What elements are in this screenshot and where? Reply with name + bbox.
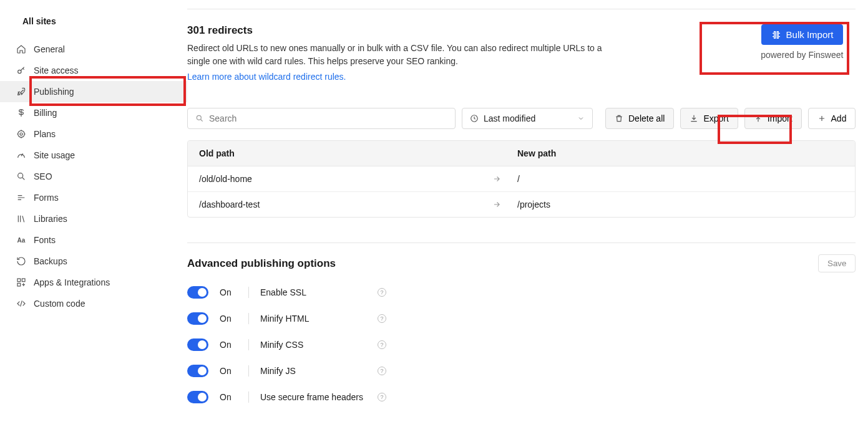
learn-more-link[interactable]: Learn more about wildcard redirect rules… — [187, 72, 346, 82]
option-label: Use secure frame headers — [260, 392, 366, 402]
gauge-icon — [16, 150, 26, 160]
target-icon — [16, 129, 26, 139]
help-icon[interactable]: ? — [378, 393, 386, 401]
toggle-state-label: On — [220, 340, 237, 350]
sidebar-item-label: Libraries — [34, 214, 67, 224]
svg-point-7 — [197, 115, 201, 120]
plus-icon — [817, 114, 826, 123]
svg-point-3 — [18, 173, 23, 178]
sidebar-item-label: SEO — [34, 171, 52, 181]
toggle-enable-ssl[interactable] — [187, 286, 208, 299]
save-button[interactable]: Save — [818, 254, 856, 272]
redirects-title: 301 redirects — [187, 24, 605, 37]
table-row[interactable]: /old/old-home / — [188, 166, 855, 192]
help-icon[interactable]: ? — [378, 288, 386, 297]
sidebar-item-billing[interactable]: Billing — [0, 102, 187, 123]
sidebar-item-label: Site access — [34, 65, 79, 75]
sidebar-item-label: Custom code — [34, 299, 85, 309]
sidebar-item-plans[interactable]: Plans — [0, 123, 187, 145]
apps-icon — [16, 277, 26, 287]
redirects-description: Redirect old URLs to new ones manually o… — [187, 42, 605, 68]
sidebar: All sites General Site access Publishing… — [0, 0, 187, 432]
toggle-minify-js[interactable] — [187, 365, 208, 377]
dollar-icon — [16, 108, 26, 118]
sidebar-item-label: General — [34, 44, 65, 54]
bulk-import-icon — [771, 30, 781, 40]
rocket-icon — [16, 87, 26, 97]
toggle-state-label: On — [220, 287, 237, 297]
toggle-state-label: On — [220, 392, 237, 402]
powered-by-label: powered by Finsweet — [761, 50, 843, 60]
sidebar-item-apps[interactable]: Apps & Integrations — [0, 272, 187, 293]
sidebar-item-label: Forms — [34, 193, 59, 203]
sidebar-item-site-usage[interactable]: Site usage — [0, 145, 187, 166]
toggle-minify-css[interactable] — [187, 338, 208, 351]
sidebar-item-fonts[interactable]: Aa Fonts — [0, 229, 187, 251]
arrow-right-icon — [492, 175, 517, 183]
sidebar-item-seo[interactable]: SEO — [0, 166, 187, 187]
option-label: Minify JS — [260, 366, 366, 376]
import-icon — [754, 114, 763, 123]
code-icon — [16, 299, 26, 309]
export-button[interactable]: Export — [680, 108, 738, 129]
toggle-minify-html[interactable] — [187, 312, 208, 325]
option-minify-css: On Minify CSS ? — [187, 338, 856, 351]
add-button[interactable]: Add — [808, 108, 856, 129]
bulk-import-button[interactable]: Bulk Import — [761, 24, 844, 45]
fonts-icon: Aa — [16, 235, 26, 245]
libraries-icon — [16, 214, 26, 224]
sidebar-item-publishing[interactable]: Publishing — [0, 81, 187, 102]
option-secure-frame-headers: On Use secure frame headers ? — [187, 391, 856, 403]
svg-rect-6 — [17, 283, 21, 286]
svg-point-1 — [18, 131, 25, 138]
export-label: Export — [703, 113, 728, 123]
sidebar-item-general[interactable]: General — [0, 39, 187, 60]
search-input[interactable] — [209, 113, 447, 123]
search-icon — [16, 171, 26, 181]
col-old-path: Old path — [199, 148, 492, 158]
option-minify-html: On Minify HTML ? — [187, 312, 856, 325]
sidebar-item-label: Backups — [34, 256, 67, 266]
main-content: 301 redirects Redirect old URLs to new o… — [187, 0, 868, 432]
all-sites-label: All sites — [22, 16, 56, 26]
add-label: Add — [831, 113, 847, 123]
sidebar-item-label: Billing — [34, 108, 57, 118]
svg-point-0 — [18, 70, 21, 73]
sidebar-item-label: Site usage — [34, 150, 75, 160]
sidebar-item-label: Fonts — [34, 235, 56, 245]
bulk-import-label: Bulk Import — [786, 29, 834, 40]
key-icon — [16, 65, 26, 75]
home-icon — [16, 44, 26, 54]
option-label: Minify HTML — [260, 314, 366, 324]
help-icon[interactable]: ? — [378, 367, 386, 375]
new-path-cell: /projects — [517, 199, 844, 209]
help-icon[interactable]: ? — [378, 340, 386, 349]
sidebar-item-forms[interactable]: Forms — [0, 187, 187, 208]
sidebar-item-site-access[interactable]: Site access — [0, 60, 187, 81]
toggle-state-label: On — [220, 366, 237, 376]
trash-icon — [615, 114, 623, 123]
table-row[interactable]: /dashboard-test /projects — [188, 192, 855, 217]
option-enable-ssl: On Enable SSL ? — [187, 286, 856, 299]
chevron-down-icon — [577, 115, 585, 122]
all-sites-link[interactable]: All sites — [0, 11, 187, 31]
forms-icon — [16, 193, 26, 203]
arrow-right-icon — [492, 200, 517, 209]
restore-icon — [16, 256, 26, 266]
redirects-table: Old path New path /old/old-home / /dashb… — [187, 140, 856, 218]
sidebar-item-label: Plans — [34, 129, 56, 139]
svg-rect-4 — [17, 279, 21, 282]
help-icon[interactable]: ? — [378, 314, 386, 323]
import-button[interactable]: Import — [744, 108, 802, 129]
toggle-secure-frame[interactable] — [187, 391, 208, 403]
delete-all-button[interactable]: Delete all — [605, 108, 674, 129]
sidebar-item-label: Apps & Integrations — [34, 277, 110, 287]
sidebar-item-backups[interactable]: Backups — [0, 251, 187, 272]
export-icon — [690, 114, 698, 123]
svg-rect-5 — [22, 279, 25, 282]
delete-all-label: Delete all — [628, 113, 665, 123]
sort-dropdown[interactable]: Last modified — [462, 108, 593, 129]
sidebar-item-custom-code[interactable]: Custom code — [0, 293, 187, 314]
sidebar-item-libraries[interactable]: Libraries — [0, 208, 187, 229]
search-input-wrapper[interactable] — [187, 108, 456, 129]
